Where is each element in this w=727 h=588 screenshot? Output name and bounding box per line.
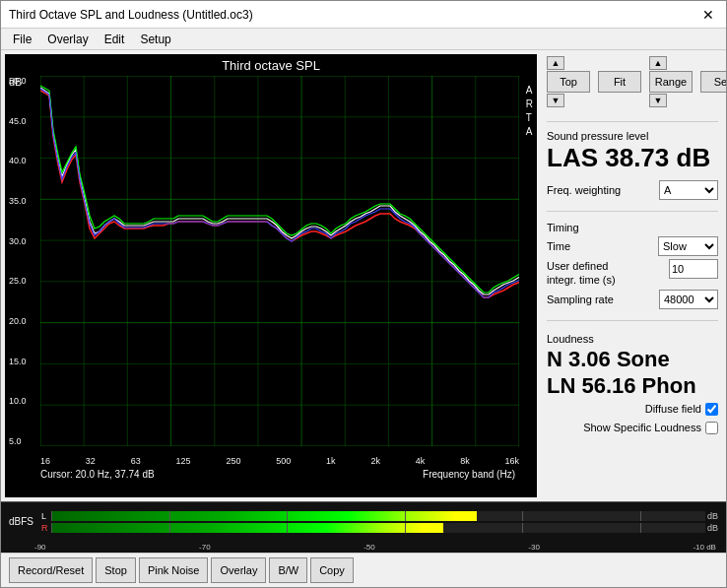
top-down-button[interactable]: ▼ bbox=[547, 94, 564, 107]
range-button[interactable]: Range bbox=[649, 71, 693, 93]
copy-button[interactable]: Copy bbox=[310, 557, 354, 583]
spl-value: LAS 38.73 dB bbox=[547, 144, 718, 172]
tick-10: -10 dB bbox=[693, 543, 716, 552]
set-group: Set bbox=[700, 56, 726, 107]
user-defined-input[interactable]: 10 bbox=[669, 259, 718, 279]
meter-section: dBFS L dB R bbox=[1, 501, 726, 541]
time-label: Time bbox=[547, 240, 570, 252]
meter-bars: L dB R bbox=[41, 511, 718, 533]
x-label-125: 125 bbox=[176, 456, 191, 466]
x-label-250: 250 bbox=[226, 456, 240, 466]
show-specific-label: Show Specific Loudness bbox=[583, 422, 701, 433]
x-axis: 16 32 63 125 250 500 1k 2k 4k 8k 16k bbox=[40, 456, 519, 466]
freq-band-label: Frequency band (Hz) bbox=[423, 469, 515, 480]
x-label-1k: 1k bbox=[326, 456, 336, 466]
chart-area: Third octave SPL dB ARTA 50.0 45.0 40.0 … bbox=[5, 54, 537, 497]
record-reset-button[interactable]: Record/Reset bbox=[9, 557, 93, 583]
range-down-button[interactable]: ▼ bbox=[649, 94, 667, 107]
y-label-35: 35.0 bbox=[9, 196, 27, 206]
tick-50: -50 bbox=[364, 543, 375, 552]
spl-section: Sound pressure level LAS 38.73 dB bbox=[547, 130, 718, 172]
y-label-5: 5.0 bbox=[9, 436, 27, 446]
y-label-40: 40.0 bbox=[9, 156, 27, 165]
r-dbfs-unit: dB bbox=[707, 523, 718, 533]
top-button[interactable]: Top bbox=[547, 71, 590, 93]
l-dbfs-unit: dB bbox=[707, 511, 718, 521]
range-group: ▲ Range ▼ bbox=[649, 56, 693, 107]
l-meter-track bbox=[51, 511, 705, 521]
x-label-16k: 16k bbox=[504, 456, 519, 466]
divider-1 bbox=[547, 121, 718, 122]
top-up-button[interactable]: ▲ bbox=[547, 56, 564, 70]
meter-tick-labels: -90 -70 -50 -30 -10 dB bbox=[1, 541, 726, 553]
l-meter-fill bbox=[51, 511, 477, 521]
r-label: R bbox=[41, 523, 49, 533]
y-label-50: 50.0 bbox=[9, 76, 27, 86]
chart-title: Third octave SPL bbox=[5, 58, 537, 73]
loudness-ln-value: LN 56.16 Phon bbox=[547, 373, 718, 399]
x-label-32: 32 bbox=[86, 456, 96, 466]
fit-button[interactable]: Fit bbox=[598, 71, 641, 93]
y-axis: 50.0 45.0 40.0 35.0 30.0 25.0 20.0 15.0 … bbox=[9, 76, 27, 446]
tick-30: -30 bbox=[528, 543, 540, 552]
window-title: Third Octave SPL and Loudness (Untitled.… bbox=[9, 8, 253, 22]
diffuse-field-label: Diffuse field bbox=[645, 403, 701, 415]
loudness-n-value: N 3.06 Sone bbox=[547, 347, 718, 372]
y-label-45: 45.0 bbox=[9, 116, 27, 126]
x-label-16: 16 bbox=[40, 456, 50, 466]
meter-scale: -90 -70 -50 -30 -10 dB bbox=[33, 543, 718, 552]
y-label-10: 10.0 bbox=[9, 396, 27, 406]
stop-button[interactable]: Stop bbox=[96, 557, 136, 583]
chart-svg bbox=[40, 76, 519, 446]
fit-group: Fit bbox=[598, 56, 641, 107]
show-specific-checkbox[interactable] bbox=[705, 422, 718, 434]
divider-3 bbox=[547, 320, 718, 321]
x-label-8k: 8k bbox=[460, 456, 470, 466]
loudness-section: Loudness N 3.06 Sone LN 56.16 Phon bbox=[547, 333, 718, 399]
x-label-4k: 4k bbox=[416, 456, 426, 466]
time-row: Time Slow Fast Impulse bbox=[547, 236, 718, 256]
sampling-rate-label: Sampling rate bbox=[547, 294, 614, 305]
user-defined-row: User defined integr. time (s) 10 bbox=[547, 259, 718, 288]
x-label-500: 500 bbox=[276, 456, 291, 466]
cursor-info: Cursor: 20.0 Hz, 37.74 dB bbox=[40, 469, 155, 480]
menu-edit[interactable]: Edit bbox=[100, 33, 129, 46]
main-window: Third Octave SPL and Loudness (Untitled.… bbox=[0, 0, 727, 588]
dbfs-label: dBFS bbox=[9, 516, 33, 527]
main-content: Third octave SPL dB ARTA 50.0 45.0 40.0 … bbox=[1, 50, 726, 501]
freq-weighting-select[interactable]: A B C Z bbox=[659, 180, 718, 200]
r-meter-track bbox=[51, 523, 705, 533]
y-label-25: 25.0 bbox=[9, 276, 27, 286]
sampling-rate-row: Sampling rate 48000 44100 96000 bbox=[547, 290, 718, 309]
x-label-63: 63 bbox=[131, 456, 141, 466]
r-meter-fill bbox=[51, 523, 443, 533]
l-label: L bbox=[41, 511, 49, 521]
freq-weighting-row: Freq. weighting A B C Z bbox=[547, 180, 718, 200]
y-label-20: 20.0 bbox=[9, 316, 27, 326]
diffuse-field-row: Diffuse field bbox=[547, 403, 718, 416]
spl-label: Sound pressure level bbox=[547, 130, 718, 142]
timing-section: Timing Time Slow Fast Impulse User defin… bbox=[547, 222, 718, 313]
top-group: ▲ Top ▼ bbox=[547, 56, 590, 107]
time-select[interactable]: Slow Fast Impulse bbox=[658, 236, 718, 256]
menu-bar: File Overlay Edit Setup bbox=[1, 29, 726, 50]
menu-setup[interactable]: Setup bbox=[136, 33, 174, 46]
y-label-15: 15.0 bbox=[9, 357, 27, 366]
title-bar: Third Octave SPL and Loudness (Untitled.… bbox=[1, 1, 726, 29]
range-up-button[interactable]: ▲ bbox=[649, 56, 667, 70]
bw-button[interactable]: B/W bbox=[269, 557, 307, 583]
close-button[interactable]: ✕ bbox=[698, 5, 718, 25]
l-channel-row: L dB bbox=[41, 511, 718, 521]
x-label-2k: 2k bbox=[370, 456, 380, 466]
overlay-button[interactable]: Overlay bbox=[211, 557, 266, 583]
sampling-rate-select[interactable]: 48000 44100 96000 bbox=[659, 290, 718, 309]
pink-noise-button[interactable]: Pink Noise bbox=[139, 557, 209, 583]
nav-controls: ▲ Top ▼ Fit ▲ Range ▼ bbox=[547, 56, 718, 107]
diffuse-field-checkbox[interactable] bbox=[705, 403, 718, 416]
tick-70: -70 bbox=[199, 543, 211, 552]
set-button[interactable]: Set bbox=[700, 71, 726, 93]
r-channel-row: R dB bbox=[41, 523, 718, 533]
user-defined-label: User defined integr. time (s) bbox=[547, 259, 640, 288]
menu-overlay[interactable]: Overlay bbox=[43, 33, 92, 46]
menu-file[interactable]: File bbox=[9, 33, 35, 46]
